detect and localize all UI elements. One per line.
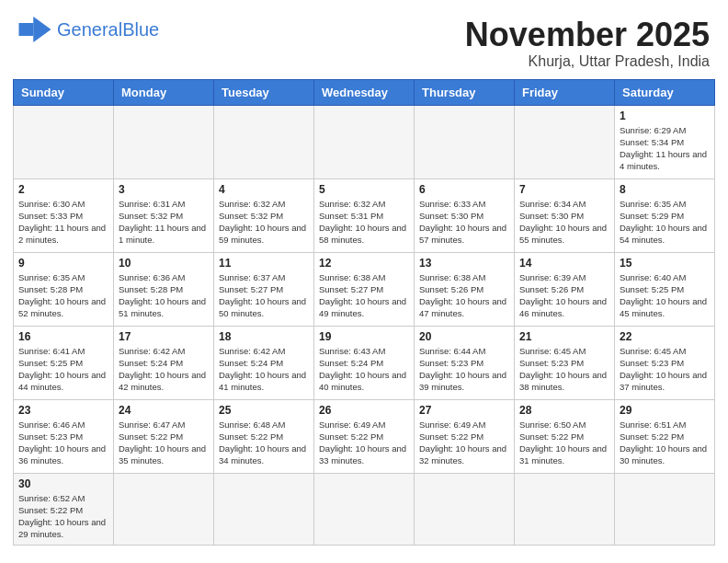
cell-sun-info: Sunrise: 6:38 AMSunset: 5:26 PMDaylight:… bbox=[419, 271, 509, 320]
day-number: 12 bbox=[319, 257, 409, 270]
cell-sun-info: Sunrise: 6:34 AMSunset: 5:30 PMDaylight:… bbox=[519, 198, 609, 247]
cell-sun-info: Sunrise: 6:45 AMSunset: 5:23 PMDaylight:… bbox=[620, 345, 710, 394]
cell-sun-info: Sunrise: 6:39 AMSunset: 5:26 PMDaylight:… bbox=[519, 271, 609, 320]
calendar-cell: 7Sunrise: 6:34 AMSunset: 5:30 PMDaylight… bbox=[515, 178, 615, 252]
calendar-cell: 26Sunrise: 6:49 AMSunset: 5:22 PMDayligh… bbox=[314, 399, 415, 473]
calendar-cell: 13Sunrise: 6:38 AMSunset: 5:26 PMDayligh… bbox=[415, 252, 515, 326]
header: GeneralBlue November 2025 Khurja, Uttar … bbox=[0, 0, 728, 79]
week-row-0: 1Sunrise: 6:29 AMSunset: 5:34 PMDaylight… bbox=[14, 105, 715, 178]
cell-sun-info: Sunrise: 6:46 AMSunset: 5:23 PMDaylight:… bbox=[18, 419, 108, 467]
calendar-header-row: SundayMondayTuesdayWednesdayThursdayFrid… bbox=[14, 79, 715, 105]
cell-sun-info: Sunrise: 6:38 AMSunset: 5:27 PMDaylight:… bbox=[319, 271, 409, 320]
calendar-cell: 28Sunrise: 6:50 AMSunset: 5:22 PMDayligh… bbox=[515, 399, 615, 473]
calendar-cell: 9Sunrise: 6:35 AMSunset: 5:28 PMDaylight… bbox=[14, 252, 114, 326]
calendar-cell bbox=[314, 473, 415, 545]
cell-sun-info: Sunrise: 6:33 AMSunset: 5:30 PMDaylight:… bbox=[419, 198, 509, 247]
calendar-cell bbox=[114, 473, 214, 545]
day-number: 13 bbox=[419, 257, 509, 270]
day-number: 14 bbox=[519, 257, 609, 270]
cell-sun-info: Sunrise: 6:31 AMSunset: 5:32 PMDaylight:… bbox=[119, 198, 209, 247]
calendar-cell: 29Sunrise: 6:51 AMSunset: 5:22 PMDayligh… bbox=[615, 399, 715, 473]
cell-sun-info: Sunrise: 6:45 AMSunset: 5:23 PMDaylight:… bbox=[519, 345, 609, 394]
logo-icon bbox=[18, 17, 51, 42]
cell-sun-info: Sunrise: 6:32 AMSunset: 5:32 PMDaylight:… bbox=[219, 198, 309, 247]
day-number: 3 bbox=[119, 183, 209, 196]
day-number: 26 bbox=[319, 404, 409, 417]
svg-marker-1 bbox=[33, 17, 51, 42]
cell-sun-info: Sunrise: 6:51 AMSunset: 5:22 PMDaylight:… bbox=[620, 419, 710, 467]
svg-rect-0 bbox=[19, 23, 34, 36]
calendar-cell: 22Sunrise: 6:45 AMSunset: 5:23 PMDayligh… bbox=[615, 326, 715, 399]
title-block: November 2025 Khurja, Uttar Pradesh, Ind… bbox=[465, 17, 710, 70]
day-number: 23 bbox=[18, 404, 108, 417]
day-number: 28 bbox=[519, 404, 609, 417]
calendar-cell bbox=[214, 473, 314, 545]
day-number: 2 bbox=[18, 183, 108, 196]
calendar-cell bbox=[314, 105, 415, 178]
day-number: 8 bbox=[620, 183, 710, 196]
calendar-cell bbox=[14, 105, 114, 178]
day-number: 5 bbox=[319, 183, 409, 196]
calendar-cell bbox=[515, 473, 615, 545]
cell-sun-info: Sunrise: 6:29 AMSunset: 5:34 PMDaylight:… bbox=[620, 124, 710, 173]
week-row-1: 2Sunrise: 6:30 AMSunset: 5:33 PMDaylight… bbox=[14, 178, 715, 252]
cell-sun-info: Sunrise: 6:32 AMSunset: 5:31 PMDaylight:… bbox=[319, 198, 409, 247]
cell-sun-info: Sunrise: 6:42 AMSunset: 5:24 PMDaylight:… bbox=[219, 345, 309, 394]
day-header-saturday: Saturday bbox=[615, 79, 715, 105]
calendar-cell: 3Sunrise: 6:31 AMSunset: 5:32 PMDaylight… bbox=[114, 178, 214, 252]
calendar-cell: 16Sunrise: 6:41 AMSunset: 5:25 PMDayligh… bbox=[14, 326, 114, 399]
day-number: 20 bbox=[419, 330, 509, 343]
cell-sun-info: Sunrise: 6:30 AMSunset: 5:33 PMDaylight:… bbox=[18, 198, 108, 247]
calendar-cell: 15Sunrise: 6:40 AMSunset: 5:25 PMDayligh… bbox=[615, 252, 715, 326]
calendar-cell bbox=[415, 105, 515, 178]
calendar-cell: 2Sunrise: 6:30 AMSunset: 5:33 PMDaylight… bbox=[14, 178, 114, 252]
calendar-cell bbox=[615, 473, 715, 545]
calendar-cell: 6Sunrise: 6:33 AMSunset: 5:30 PMDaylight… bbox=[415, 178, 515, 252]
day-header-sunday: Sunday bbox=[14, 79, 114, 105]
day-number: 11 bbox=[219, 257, 309, 270]
cell-sun-info: Sunrise: 6:41 AMSunset: 5:25 PMDaylight:… bbox=[18, 345, 108, 394]
week-row-5: 30Sunrise: 6:52 AMSunset: 5:22 PMDayligh… bbox=[14, 473, 715, 545]
day-number: 4 bbox=[219, 183, 309, 196]
calendar-cell: 18Sunrise: 6:42 AMSunset: 5:24 PMDayligh… bbox=[214, 326, 314, 399]
calendar-cell: 25Sunrise: 6:48 AMSunset: 5:22 PMDayligh… bbox=[214, 399, 314, 473]
cell-sun-info: Sunrise: 6:35 AMSunset: 5:28 PMDaylight:… bbox=[18, 271, 108, 320]
day-number: 1 bbox=[620, 109, 710, 122]
calendar-cell: 10Sunrise: 6:36 AMSunset: 5:28 PMDayligh… bbox=[114, 252, 214, 326]
cell-sun-info: Sunrise: 6:42 AMSunset: 5:24 PMDaylight:… bbox=[119, 345, 209, 394]
calendar-cell: 11Sunrise: 6:37 AMSunset: 5:27 PMDayligh… bbox=[214, 252, 314, 326]
calendar-cell: 12Sunrise: 6:38 AMSunset: 5:27 PMDayligh… bbox=[314, 252, 415, 326]
calendar-cell: 24Sunrise: 6:47 AMSunset: 5:22 PMDayligh… bbox=[114, 399, 214, 473]
cell-sun-info: Sunrise: 6:47 AMSunset: 5:22 PMDaylight:… bbox=[119, 419, 209, 467]
day-number: 6 bbox=[419, 183, 509, 196]
calendar-cell bbox=[415, 473, 515, 545]
calendar-cell: 1Sunrise: 6:29 AMSunset: 5:34 PMDaylight… bbox=[615, 105, 715, 178]
day-number: 30 bbox=[18, 477, 108, 490]
cell-sun-info: Sunrise: 6:52 AMSunset: 5:22 PMDaylight:… bbox=[18, 492, 108, 541]
calendar-cell: 19Sunrise: 6:43 AMSunset: 5:24 PMDayligh… bbox=[314, 326, 415, 399]
day-header-tuesday: Tuesday bbox=[214, 79, 314, 105]
day-header-wednesday: Wednesday bbox=[314, 79, 415, 105]
calendar-body: 1Sunrise: 6:29 AMSunset: 5:34 PMDaylight… bbox=[14, 105, 715, 545]
cell-sun-info: Sunrise: 6:50 AMSunset: 5:22 PMDaylight:… bbox=[519, 419, 609, 467]
week-row-4: 23Sunrise: 6:46 AMSunset: 5:23 PMDayligh… bbox=[14, 399, 715, 473]
day-number: 24 bbox=[119, 404, 209, 417]
day-header-monday: Monday bbox=[114, 79, 214, 105]
calendar-cell: 27Sunrise: 6:49 AMSunset: 5:22 PMDayligh… bbox=[415, 399, 515, 473]
day-number: 19 bbox=[319, 330, 409, 343]
calendar-cell: 4Sunrise: 6:32 AMSunset: 5:32 PMDaylight… bbox=[214, 178, 314, 252]
week-row-3: 16Sunrise: 6:41 AMSunset: 5:25 PMDayligh… bbox=[14, 326, 715, 399]
calendar-cell: 23Sunrise: 6:46 AMSunset: 5:23 PMDayligh… bbox=[14, 399, 114, 473]
day-number: 7 bbox=[519, 183, 609, 196]
calendar-cell bbox=[515, 105, 615, 178]
logo-text: GeneralBlue bbox=[57, 20, 159, 39]
cell-sun-info: Sunrise: 6:44 AMSunset: 5:23 PMDaylight:… bbox=[419, 345, 509, 394]
day-number: 25 bbox=[219, 404, 309, 417]
calendar-cell: 14Sunrise: 6:39 AMSunset: 5:26 PMDayligh… bbox=[515, 252, 615, 326]
calendar-cell: 8Sunrise: 6:35 AMSunset: 5:29 PMDaylight… bbox=[615, 178, 715, 252]
week-row-2: 9Sunrise: 6:35 AMSunset: 5:28 PMDaylight… bbox=[14, 252, 715, 326]
calendar-cell: 20Sunrise: 6:44 AMSunset: 5:23 PMDayligh… bbox=[415, 326, 515, 399]
location-title: Khurja, Uttar Pradesh, India bbox=[465, 53, 710, 70]
month-title: November 2025 bbox=[465, 17, 710, 53]
calendar-cell: 5Sunrise: 6:32 AMSunset: 5:31 PMDaylight… bbox=[314, 178, 415, 252]
